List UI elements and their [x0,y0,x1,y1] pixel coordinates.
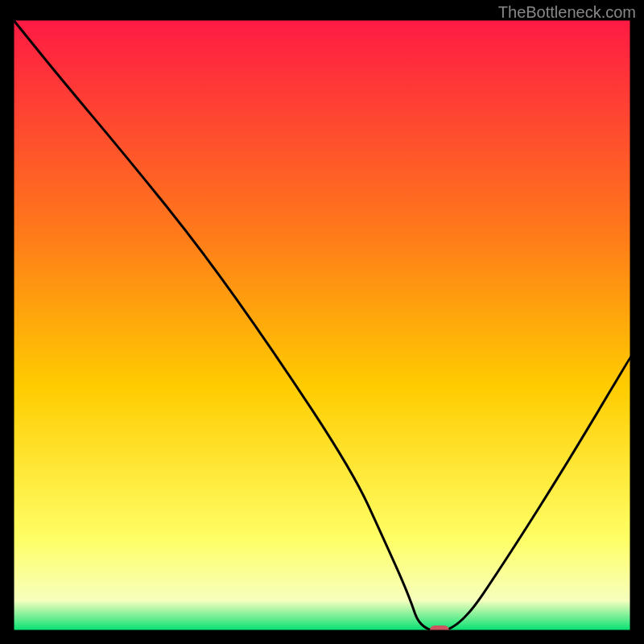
gradient-background [13,19,631,631]
watermark-text: TheBottleneck.com [498,3,636,22]
bottleneck-chart [13,19,631,631]
chart-frame [13,19,631,631]
